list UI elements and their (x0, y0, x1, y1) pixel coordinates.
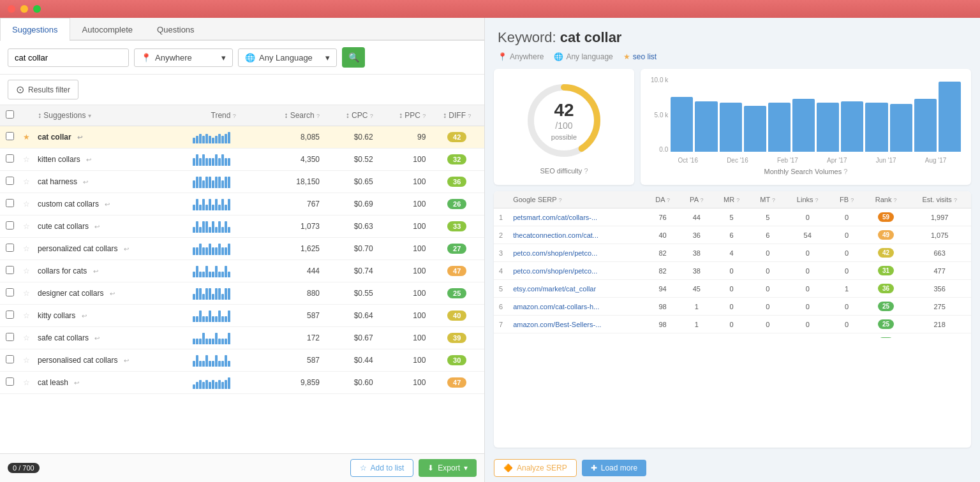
serp-pa: 44 (680, 208, 713, 226)
cpc-value: $0.64 (323, 305, 377, 327)
arrow-icon[interactable]: ↩ (110, 290, 115, 297)
search-input[interactable] (8, 48, 129, 67)
serp-url-link[interactable]: amazon.com/Best-Sellers-... (513, 321, 601, 328)
star-icon[interactable]: ☆ (23, 311, 30, 320)
arrow-icon[interactable]: ↩ (124, 245, 129, 252)
analyze-serp-button[interactable]: 🔶 Analyze SERP (494, 459, 577, 477)
star-icon[interactable]: ☆ (23, 289, 30, 298)
row-checkbox[interactable] (6, 333, 14, 341)
serp-da: 78 (646, 333, 680, 339)
row-checkbox[interactable] (6, 221, 14, 230)
serp-da: 94 (646, 280, 680, 298)
close-dot[interactable] (8, 5, 15, 13)
analyze-label: Analyze SERP (517, 464, 567, 472)
serp-mt: 0 (750, 262, 785, 280)
search-volume: 172 (258, 327, 323, 349)
serp-url-link[interactable]: petco.com/shop/en/petco... (513, 267, 597, 275)
tab-questions[interactable]: Questions (145, 18, 207, 41)
serp-rank-num: 8 (494, 333, 508, 339)
row-checkbox[interactable] (6, 266, 14, 274)
filter-button[interactable]: ⊙ Results filter (8, 80, 78, 99)
star-icon[interactable]: ☆ (23, 200, 30, 208)
arrow-icon[interactable]: ↩ (94, 335, 100, 342)
keyword-cell: cat collar ↩ (34, 126, 189, 149)
row-checkbox[interactable] (6, 154, 14, 163)
arrow-icon[interactable]: ↩ (82, 312, 87, 319)
star-icon[interactable]: ☆ (23, 356, 30, 365)
serp-url-link[interactable]: thecatconnection.com/cat... (513, 231, 598, 239)
row-checkbox[interactable] (6, 310, 14, 319)
star-icon[interactable]: ★ (23, 133, 30, 142)
serp-rank-badge: 42 (878, 248, 894, 258)
chart-title: Monthly Search Volumes ? (651, 168, 961, 175)
add-to-list-button[interactable]: ☆ Add to list (350, 459, 414, 477)
serp-rank-num: 7 (494, 316, 508, 333)
seo-help-icon: ? (584, 167, 588, 175)
minimize-dot[interactable] (20, 5, 28, 13)
arrow-icon[interactable]: ↩ (83, 179, 88, 186)
serp-url-link[interactable]: etsy.com/market/cat_collar (513, 285, 596, 293)
ppc-value: 99 (377, 126, 430, 149)
seo-dial: 42 /100 possible (523, 79, 605, 162)
star-icon[interactable]: ☆ (23, 244, 30, 253)
arrow-icon[interactable]: ↩ (74, 379, 79, 386)
cpc-value: $0.69 (323, 193, 377, 215)
seo-difficulty-label: SEO difficulty ? (540, 167, 588, 175)
keyword-cell: personalized cat collars ↩ (34, 238, 189, 260)
seo-list-link[interactable]: seo list (633, 52, 657, 61)
star-icon[interactable]: ☆ (23, 267, 30, 275)
select-all-checkbox[interactable] (6, 110, 14, 119)
location-pin-icon: 📍 (141, 53, 151, 62)
location-select[interactable]: 📍 Anywhere ▾ (134, 48, 233, 67)
language-select[interactable]: 🌐 Any Language ▾ (238, 48, 337, 67)
serp-mr: 0 (713, 298, 750, 316)
meta-language: Any language (566, 52, 612, 61)
serp-rank-badge: 29 (878, 337, 894, 338)
serp-fb: 0 (830, 244, 864, 262)
export-chevron-icon: ▾ (464, 464, 468, 472)
star-icon[interactable]: ☆ (23, 378, 30, 387)
chart-bar (792, 99, 815, 152)
cpc-value: $0.65 (323, 171, 377, 193)
serp-rank-num: 3 (494, 244, 508, 262)
diff-badge: 33 (447, 221, 466, 231)
serp-visits: 663 (908, 244, 971, 262)
keyword-prefix: Keyword: (498, 29, 560, 45)
arrow-icon[interactable]: ↩ (93, 268, 98, 275)
star-icon[interactable]: ☆ (23, 333, 30, 342)
row-checkbox[interactable] (6, 177, 14, 185)
serp-url-link[interactable]: petco.com/shop/en/petco... (513, 249, 597, 257)
row-checkbox[interactable] (6, 244, 14, 252)
arrow-icon[interactable]: ↩ (77, 134, 82, 141)
search-bar: 📍 Anywhere ▾ 🌐 Any Language ▾ 🔍 (0, 41, 484, 75)
search-button[interactable]: 🔍 (342, 47, 365, 68)
row-checkbox[interactable] (6, 377, 14, 386)
star-icon[interactable]: ☆ (23, 177, 30, 186)
row-checkbox[interactable] (6, 355, 14, 363)
serp-url-link[interactable]: amazon.com/cat-collars-h... (513, 303, 599, 310)
star-icon[interactable]: ☆ (23, 155, 30, 164)
chart-y-label-top: 10.0 k (651, 77, 668, 84)
chart-bar (939, 82, 961, 152)
row-checkbox[interactable] (6, 288, 14, 296)
arrow-icon[interactable]: ↩ (105, 201, 110, 208)
chart-y-label-mid: 5.0 k (651, 112, 668, 119)
add-to-list-label: Add to list (371, 464, 405, 472)
serp-visits: 1,075 (908, 226, 971, 244)
export-button[interactable]: ⬇ Export ▾ (419, 459, 477, 477)
row-checkbox[interactable] (6, 132, 14, 140)
tab-suggestions[interactable]: Suggestions (0, 18, 70, 41)
arrow-icon[interactable]: ↩ (94, 223, 100, 230)
serp-table-row: 7 amazon.com/Best-Sellers-... 98 1 0 0 0… (494, 316, 971, 333)
star-icon[interactable]: ☆ (23, 222, 30, 231)
load-more-button[interactable]: ✚ Load more (582, 460, 646, 476)
maximize-dot[interactable] (33, 5, 41, 13)
seo-label: possible (551, 133, 577, 141)
serp-url-link[interactable]: petsmart.com/cat/collars-... (513, 214, 597, 221)
arrow-icon[interactable]: ↩ (86, 156, 91, 163)
row-checkbox[interactable] (6, 199, 14, 207)
tab-autocomplete[interactable]: Autocomplete (70, 18, 145, 41)
serp-mr: 5 (713, 208, 750, 226)
ppc-value: 100 (377, 171, 430, 193)
arrow-icon[interactable]: ↩ (124, 357, 129, 364)
